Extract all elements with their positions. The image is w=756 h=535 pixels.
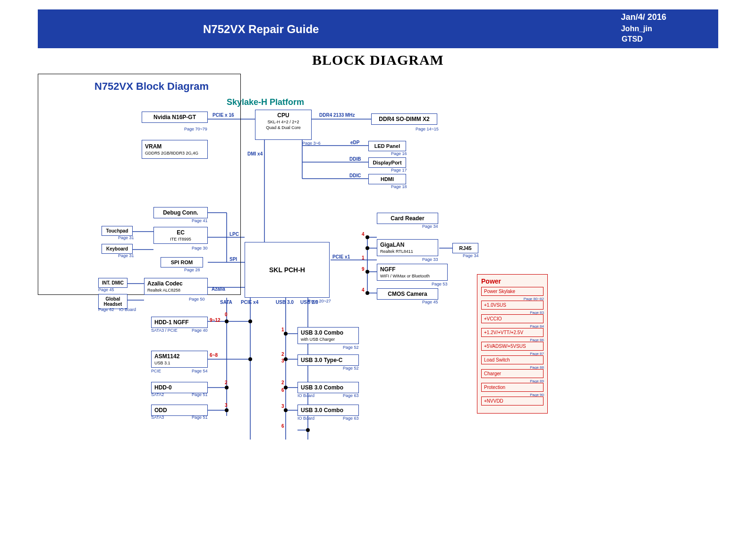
block-ngff: NGFF WIFI / WiMax or Bluetooth [377, 264, 448, 281]
lbl-pcie1: PCIE x1 [332, 254, 350, 259]
cardreader-label: Card Reader [391, 215, 424, 222]
block-diagram: N752VX Block Diagram Skylake-H Platform … [38, 71, 718, 525]
block-hdmi: HDMI [368, 174, 406, 184]
block-touchpad: Touchpad [102, 226, 133, 236]
power-item: +1.0VSUSPage 83 [481, 301, 544, 310]
block-hdd0: HDD-0 [151, 382, 208, 393]
block-usb30typec: USB 3.0 Type-C [297, 354, 359, 366]
power-title: Power [481, 277, 544, 285]
lbl-azalia: Azalia [212, 286, 225, 292]
led-label: LED Panel [374, 143, 400, 149]
power-item: Power SkylakePage 80~82 [481, 287, 544, 296]
block-azalia: Azalia Codec Realtek ALC8258 [144, 278, 208, 295]
lbl-spi: SPI [229, 257, 237, 262]
lbl-r3a: 3 [225, 403, 228, 408]
svg-point-53 [365, 246, 369, 250]
platform-label: Skylake-H Platform [227, 97, 304, 107]
ngff-page: Page 53 [432, 282, 448, 286]
keyboard-page: Page 31 [118, 253, 134, 258]
led-page: Page 16 [391, 151, 407, 156]
hdmi-page: Page 18 [391, 184, 407, 189]
doc-date: Jan/4/ 2016 [621, 12, 666, 22]
svg-point-47 [284, 386, 288, 389]
block-usb30combo3: USB 3.0 Combo [297, 405, 359, 416]
block-cmos: CMOS Camera [377, 288, 438, 300]
block-debug: Debug Conn. [153, 207, 208, 218]
hdd0-label: HDD-0 [154, 384, 172, 391]
hdd1-page: Page 40 [192, 328, 208, 333]
lbl-r4a: 4 [362, 232, 365, 237]
intdmic-label: INT. DMIC [102, 280, 124, 285]
power-item: +5VADSW/+5VSUSPage 87 [481, 342, 544, 351]
asm-sub: USB 3.1 [154, 361, 204, 365]
headset-label: Global Headset [104, 296, 122, 307]
usb30combo1-sub: with USB Charger [301, 337, 356, 342]
document-header: N752VX Repair Guide Jan/4/ 2016 John_jin… [38, 9, 718, 48]
block-dp: DisplayPort [368, 157, 406, 168]
block-ddr4: DDR4 SO-DIMM X2 [371, 113, 437, 125]
block-spirom: SPI ROM [161, 257, 203, 268]
power-item: +1.2V/+VTT/+2.5VPage 86 [481, 328, 544, 337]
odd-note: SATA3 [151, 415, 164, 420]
lbl-r2c: 2 [281, 380, 284, 385]
ec-sub: ITE IT8995 [157, 237, 204, 242]
ngff-sub: WIFI / WiMax or Bluetooth [380, 274, 444, 278]
lbl-r9: 9 [362, 267, 365, 272]
hdmi-label: HDMI [381, 176, 394, 182]
svg-point-39 [225, 319, 229, 323]
doc-title: N752VX Repair Guide [203, 23, 319, 36]
rj45-page: Page 34 [463, 253, 479, 258]
doc-author: John_jin [621, 25, 652, 33]
svg-point-40 [248, 319, 252, 323]
block-led: LED Panel [368, 141, 406, 151]
block-rj45: RJ45 [452, 243, 478, 253]
block-gigalan: GigaLAN Realtek RTL8411 [377, 239, 438, 256]
block-odd: ODD [151, 405, 208, 416]
lbl-pcie4: PCIE x4 [241, 300, 258, 305]
cmos-label: CMOS Camera [388, 291, 427, 297]
usb30typec-label: USB 3.0 Type-C [301, 357, 342, 363]
power-item: ChargerPage 89 [481, 369, 544, 378]
gigalan-sub: Realtek RTL8411 [380, 249, 435, 254]
power-item: +NVVDD [481, 397, 544, 406]
lbl-r3b: 3 [281, 404, 284, 409]
doc-dept: GTSD [622, 35, 643, 43]
cpu-page: Page 3~6 [302, 141, 321, 146]
usb30combo1-label: USB 3.0 Combo [301, 329, 343, 336]
touchpad-page: Page 31 [118, 235, 134, 240]
lbl-r2a: 2 [225, 380, 228, 385]
lbl-ddib: DDIB [349, 156, 361, 162]
power-item: Load SwitchPage 88 [481, 355, 544, 364]
odd-label: ODD [154, 407, 167, 414]
svg-point-54 [365, 270, 369, 274]
lbl-r4b: 4 [362, 287, 365, 293]
block-usb30combo2: USB 3.0 Combo [297, 382, 359, 393]
block-ec: EC ITE IT8995 [153, 227, 208, 244]
section-title: BLOCK DIAGRAM [0, 52, 756, 68]
lbl-r0: 0 [225, 312, 228, 317]
block-keyboard: Keyboard [102, 244, 133, 254]
svg-point-44 [284, 332, 288, 336]
debug-label: Debug Conn. [163, 209, 198, 216]
usb30combo1-page: Page 52 [343, 345, 359, 350]
debug-page: Page 41 [192, 218, 208, 223]
lbl-r6a: 6 [281, 388, 284, 393]
lbl-usb30: USB 3.0 [276, 300, 294, 305]
block-usb30combo1: USB 3.0 Combo with USB Charger [297, 327, 359, 344]
ngff-label: NGFF [380, 266, 396, 273]
dp-label: DisplayPort [373, 160, 401, 165]
intdmic-page: Page 45 [98, 287, 114, 292]
lbl-edp: eDP [350, 140, 359, 145]
lbl-r68: 6~8 [210, 353, 218, 358]
azalia-page: Page 50 [189, 297, 205, 302]
spirom-page: Page 28 [184, 268, 200, 272]
svg-point-45 [284, 357, 288, 361]
svg-point-41 [248, 357, 252, 361]
diagram-title: N752VX Block Diagram [94, 80, 209, 93]
block-cpu: CPU SKL-H 4+2 / 2+2 Quad & Dual Core [255, 110, 312, 140]
keyboard-label: Keyboard [106, 246, 128, 251]
lbl-dmi: DMI x4 [247, 151, 263, 156]
cpu-sub1: SKL-H 4+2 / 2+2 [258, 120, 308, 124]
gigalan-page: Page 33 [422, 257, 438, 262]
lbl-r6b: 6 [281, 423, 284, 429]
